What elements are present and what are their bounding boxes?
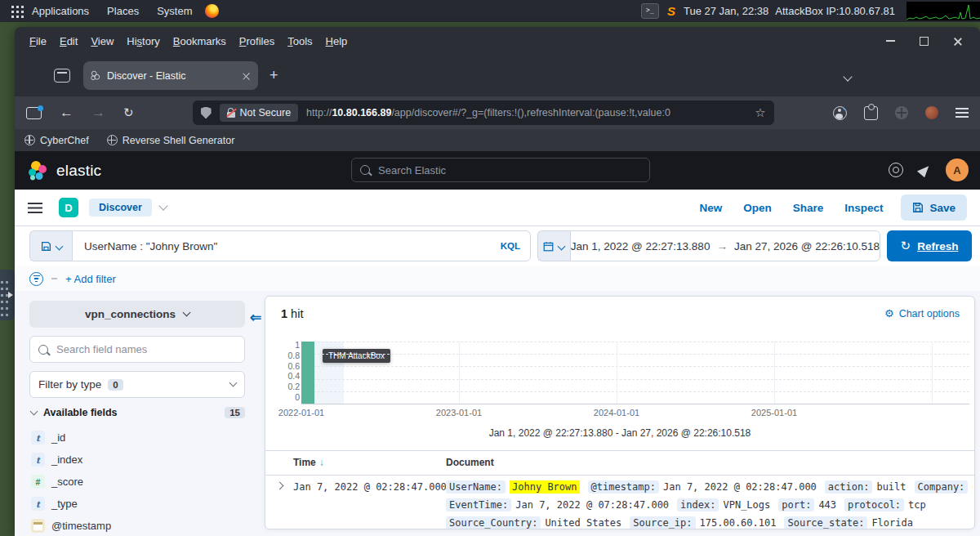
- nav-action-new[interactable]: New: [699, 202, 722, 214]
- add-filter-button[interactable]: + Add filter: [65, 273, 116, 285]
- query-language-button[interactable]: KQL: [501, 241, 520, 251]
- newsfeed-icon[interactable]: [917, 163, 932, 177]
- field-search-box[interactable]: [29, 336, 245, 363]
- filter-by-type-select[interactable]: Filter by type 0: [29, 371, 245, 398]
- histogram-bar[interactable]: [301, 342, 314, 404]
- tab-close-icon[interactable]: [242, 72, 250, 80]
- nav-action-inspect[interactable]: Inspect: [844, 202, 883, 214]
- extension-icon[interactable]: [925, 106, 938, 119]
- window-controls: [886, 37, 980, 46]
- gridline: [617, 342, 617, 404]
- firefox-menu-history[interactable]: History: [127, 35, 159, 47]
- menu-icon[interactable]: [956, 108, 969, 109]
- x-axis: 2022-01-012023-01-012024-01-012025-01-01: [301, 408, 969, 419]
- firefox-menu-bookmarks[interactable]: Bookmarks: [173, 35, 226, 47]
- breadcrumb[interactable]: Discover: [89, 199, 152, 217]
- desktop-menu-system[interactable]: System: [157, 5, 192, 17]
- index-pattern-selector[interactable]: vpn_connections: [29, 301, 245, 328]
- save-button[interactable]: Save: [901, 194, 967, 221]
- user-avatar[interactable]: A: [946, 159, 969, 181]
- field-name: _type: [51, 498, 78, 510]
- field-name: _id: [51, 431, 65, 444]
- time-column-header[interactable]: Time↓: [293, 457, 324, 468]
- firefox-menu-help[interactable]: Help: [326, 35, 348, 47]
- saved-query-button[interactable]: [29, 230, 72, 261]
- close-button[interactable]: [953, 37, 962, 46]
- back-button[interactable]: ←: [60, 105, 74, 121]
- elastic-search-input[interactable]: [376, 163, 641, 177]
- firefox-view-icon[interactable]: [54, 69, 70, 83]
- app-grid-icon[interactable]: [11, 6, 14, 8]
- extension-globe-icon[interactable]: [895, 106, 908, 119]
- bookmark-reverse-shell-generator[interactable]: Reverse Shell Generator: [107, 135, 235, 146]
- help-icon[interactable]: [889, 163, 903, 177]
- collapse-sidebar-icon[interactable]: ⇐: [250, 309, 261, 326]
- field-item--index[interactable]: t_index: [31, 449, 245, 471]
- bookmark-cyberchef[interactable]: CyberChef: [24, 135, 89, 146]
- restore-button[interactable]: [920, 37, 929, 46]
- filter-icon[interactable]: [29, 272, 43, 286]
- url-bar[interactable]: Not Secure http://10.80.166.89/app/disco…: [193, 100, 774, 125]
- field-item--timestamp[interactable]: @timestamp: [31, 515, 245, 536]
- date-from[interactable]: Jan 1, 2022 @ 22:27:13.880: [571, 240, 710, 252]
- field-item--score[interactable]: #_score: [31, 471, 245, 493]
- account-notification-dot: [843, 106, 847, 110]
- date-range[interactable]: Jan 1, 2022 @ 22:27:13.880 → Jan 27, 202…: [570, 230, 880, 261]
- refresh-button[interactable]: ↻ Refresh: [887, 230, 972, 261]
- reload-button[interactable]: ↻: [123, 105, 134, 120]
- document-column-header: Document: [446, 457, 494, 468]
- sort-descending-icon[interactable]: ↓: [319, 457, 324, 468]
- tab-discover-elastic[interactable]: Discover - Elastic: [83, 61, 258, 90]
- elastic-search-box[interactable]: [351, 158, 650, 182]
- query-input[interactable]: [82, 239, 494, 253]
- breadcrumb-chevron-icon[interactable]: [158, 201, 167, 210]
- table-row[interactable]: Jan 7, 2022 @ 02:28:47.000 UserName:John…: [265, 476, 974, 529]
- elastic-header: elastic A: [15, 151, 980, 190]
- globe-icon: [107, 135, 118, 145]
- minimize-button[interactable]: [886, 40, 895, 42]
- field-item--type[interactable]: t_type: [31, 493, 245, 515]
- account-icon[interactable]: [833, 106, 847, 120]
- query-bar: KQL Jan 1, 2022 @ 22:27:13.880 → Jan 27,…: [15, 226, 980, 266]
- list-all-tabs-icon[interactable]: [844, 69, 851, 83]
- hidden-dock[interactable]: [0, 270, 15, 320]
- bookmark-label: Reverse Shell Generator: [122, 135, 235, 146]
- forward-button[interactable]: →: [91, 105, 105, 121]
- histogram-plot[interactable]: THM AttackBox: [301, 342, 969, 404]
- expand-row-icon[interactable]: [276, 482, 284, 490]
- kibana-menu-icon[interactable]: [28, 203, 42, 204]
- time-range-caption: Jan 1, 2022 @ 22:27:13.880 - Jan 27, 202…: [265, 427, 974, 439]
- chevron-down-icon: [55, 242, 63, 250]
- field-item--id[interactable]: t_id: [31, 427, 245, 449]
- new-tab-button[interactable]: +: [270, 67, 278, 84]
- y-axis: 10.80.60.40.20: [274, 340, 300, 402]
- field-label-chip: EventTime:: [446, 498, 511, 511]
- nav-action-open[interactable]: Open: [743, 202, 772, 214]
- available-fields-header[interactable]: Available fields 15: [31, 407, 245, 418]
- chart-options-button[interactable]: ⚙ Chart options: [884, 307, 960, 319]
- date-picker-button[interactable]: [537, 230, 570, 261]
- date-to[interactable]: Jan 27, 2026 @ 22:26:10.518: [734, 240, 880, 252]
- sublime-icon[interactable]: S: [667, 4, 675, 18]
- discover-app-badge[interactable]: D: [59, 198, 78, 217]
- firefox-menu-tools[interactable]: Tools: [287, 35, 312, 47]
- gear-icon: ⚙: [884, 307, 894, 319]
- desktop-menu-applications[interactable]: Applications: [32, 5, 89, 17]
- available-fields-count-badge: 15: [225, 407, 245, 418]
- firefox-view-button[interactable]: [26, 107, 42, 119]
- shield-icon[interactable]: [201, 107, 212, 119]
- desktop-menu-places[interactable]: Places: [107, 5, 139, 17]
- firefox-launcher-icon[interactable]: [205, 4, 219, 18]
- firefox-menu-file[interactable]: File: [29, 35, 47, 47]
- security-chip[interactable]: Not Secure: [220, 104, 299, 122]
- extensions-icon[interactable]: [864, 106, 878, 120]
- firefox-menu-edit[interactable]: Edit: [60, 35, 78, 47]
- field-search-input[interactable]: [55, 342, 236, 356]
- bookmark-star-icon[interactable]: ☆: [755, 105, 765, 120]
- nav-action-share[interactable]: Share: [793, 202, 824, 214]
- firefox-menu-view[interactable]: View: [91, 35, 114, 47]
- gridline: [301, 391, 969, 392]
- terminal-icon[interactable]: >_: [641, 3, 659, 19]
- save-icon: [912, 202, 924, 213]
- firefox-menu-profiles[interactable]: Profiles: [239, 35, 274, 47]
